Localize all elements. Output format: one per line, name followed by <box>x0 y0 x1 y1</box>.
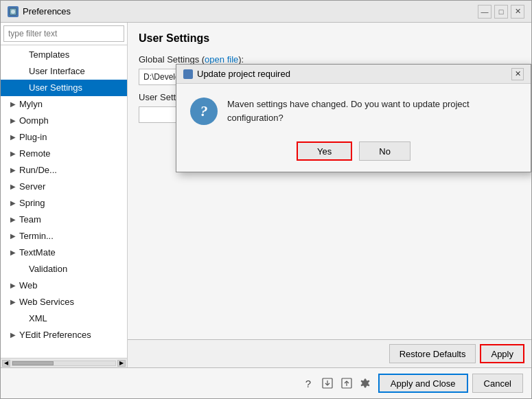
expand-arrow-icon: ▶ <box>10 246 17 260</box>
page-title: User Settings <box>139 32 520 45</box>
sidebar-item-label: Web Services <box>19 295 74 309</box>
main-body: Templates User Interface User Settings ▶… <box>1 23 531 367</box>
expand-arrow-icon: ▶ <box>10 163 17 177</box>
expand-arrow-icon: ▶ <box>10 279 17 293</box>
filter-wrap <box>1 23 127 45</box>
sidebar-item-label: Termin... <box>19 229 54 243</box>
sidebar-item-label: YEdit Preferences <box>19 328 91 342</box>
sidebar: Templates User Interface User Settings ▶… <box>1 23 128 367</box>
expand-arrow-icon: ▶ <box>10 229 17 243</box>
sidebar-item-label: User Settings <box>29 81 82 95</box>
dialog-yes-button[interactable]: Yes <box>297 141 352 161</box>
sidebar-item-user-settings[interactable]: User Settings <box>1 80 127 96</box>
search-input[interactable] <box>3 25 124 42</box>
sidebar-item-terminal[interactable]: ▶ Termin... <box>1 228 127 244</box>
sidebar-item-label: Plug-in <box>19 130 47 144</box>
bottom-right-actions: Apply and Close Cancel <box>378 374 523 393</box>
sidebar-item-spring[interactable]: ▶ Spring <box>1 195 127 212</box>
dialog-overlay: Update project required ✕ ? Maven settin… <box>128 23 531 367</box>
sidebar-item-web-services[interactable]: ▶ Web Services <box>1 294 127 310</box>
title-controls: — □ ✕ <box>478 5 524 19</box>
help-icon[interactable]: ? <box>301 376 315 390</box>
sidebar-item-plugin[interactable]: ▶ Plug-in <box>1 129 127 146</box>
scroll-right-arrow[interactable]: ▶ <box>117 360 126 367</box>
sidebar-item-label: Run/De... <box>19 163 57 177</box>
dialog-buttons: Yes No <box>176 136 531 172</box>
dialog-body: ? Maven settings have changed. Do you wa… <box>176 84 531 136</box>
sidebar-item-textmate[interactable]: ▶ TextMate <box>1 244 127 261</box>
expand-arrow-icon: ▶ <box>10 180 17 194</box>
apply-and-close-button[interactable]: Apply and Close <box>378 374 468 393</box>
dialog-close-button[interactable]: ✕ <box>511 68 524 80</box>
expand-arrow-icon: ▶ <box>10 295 17 309</box>
app-icon <box>8 6 19 17</box>
sidebar-item-user-interface[interactable]: User Interface <box>1 63 127 80</box>
cancel-button[interactable]: Cancel <box>472 374 523 393</box>
sidebar-item-server[interactable]: ▶ Server <box>1 179 127 195</box>
expand-arrow-icon: ▶ <box>10 147 17 161</box>
open-file-link[interactable]: open file <box>205 54 238 65</box>
expand-arrow-icon: ▶ <box>10 213 17 227</box>
sidebar-item-remote[interactable]: ▶ Remote <box>1 146 127 162</box>
dialog-no-button[interactable]: No <box>359 141 410 161</box>
sidebar-item-yedit[interactable]: ▶ YEdit Preferences <box>1 327 127 343</box>
action-bar: ? <box>1 367 531 398</box>
sidebar-item-xml[interactable]: XML <box>1 310 127 327</box>
minimize-button[interactable]: — <box>478 5 491 19</box>
expand-arrow-icon: ▶ <box>10 328 17 342</box>
question-icon: ? <box>190 98 218 125</box>
dialog-title-left: Update project required <box>183 69 290 79</box>
apply-button[interactable]: Apply <box>480 344 524 363</box>
sidebar-item-label: Templates <box>29 48 69 62</box>
sidebar-item-mylyn[interactable]: ▶ Mylyn <box>1 96 127 113</box>
sidebar-item-label: Mylyn <box>19 98 43 111</box>
sidebar-item-team[interactable]: ▶ Team <box>1 212 127 228</box>
sidebar-item-label: Team <box>19 213 41 227</box>
horizontal-scrollbar[interactable]: ◀ ▶ <box>1 358 127 367</box>
expand-arrow-icon: ▶ <box>10 130 17 144</box>
scroll-track[interactable] <box>12 361 116 366</box>
expand-arrow-icon: ▶ <box>10 114 17 128</box>
main-window: Preferences — □ ✕ Templates User Inter <box>0 0 532 399</box>
title-bar-left: Preferences <box>8 6 71 17</box>
svg-point-1 <box>11 10 15 14</box>
content-area: User Settings Global Settings (open file… <box>128 23 531 367</box>
window-title: Preferences <box>23 6 71 16</box>
sidebar-item-label: Spring <box>19 196 45 210</box>
bottom-left-icons: ? <box>301 376 373 390</box>
sidebar-item-templates[interactable]: Templates <box>1 47 127 63</box>
sidebar-item-label: Web <box>19 279 38 293</box>
sidebar-item-label: TextMate <box>19 246 56 260</box>
sidebar-item-label: XML <box>29 312 47 326</box>
update-project-dialog: Update project required ✕ ? Maven settin… <box>176 64 531 172</box>
import-icon[interactable] <box>340 376 354 390</box>
tree: Templates User Interface User Settings ▶… <box>1 45 127 358</box>
content-bottom-bar: Restore Defaults Apply <box>128 339 531 367</box>
expand-arrow-icon: ▶ <box>10 98 17 111</box>
scroll-left-arrow[interactable]: ◀ <box>2 360 10 367</box>
sidebar-item-validation[interactable]: Validation <box>1 261 127 277</box>
dialog-message: Maven settings have changed. Do you want… <box>227 98 517 124</box>
restore-defaults-button[interactable]: Restore Defaults <box>389 344 476 363</box>
sidebar-item-label: Validation <box>29 262 67 276</box>
dialog-title-text: Update project required <box>197 69 290 79</box>
global-settings-label: Global Settings (open file): <box>139 54 520 65</box>
title-bar: Preferences — □ ✕ <box>1 1 531 23</box>
scroll-thumb <box>12 361 54 365</box>
sidebar-item-oomph[interactable]: ▶ Oomph <box>1 113 127 129</box>
gear-icon[interactable] <box>359 376 373 390</box>
sidebar-item-label: Oomph <box>19 114 49 128</box>
maximize-button[interactable]: □ <box>494 5 508 19</box>
sidebar-item-label: Server <box>19 180 45 194</box>
question-icon-wrap: ? <box>190 98 218 125</box>
export-icon[interactable] <box>321 376 334 390</box>
sidebar-item-label: Remote <box>19 147 51 161</box>
sidebar-item-run-debug[interactable]: ▶ Run/De... <box>1 162 127 179</box>
expand-arrow-icon: ▶ <box>10 196 17 210</box>
dialog-title-bar: Update project required ✕ <box>176 65 531 84</box>
dialog-icon <box>183 69 193 79</box>
sidebar-item-label: User Interface <box>29 65 85 78</box>
sidebar-item-web[interactable]: ▶ Web <box>1 277 127 294</box>
close-button[interactable]: ✕ <box>511 5 524 19</box>
